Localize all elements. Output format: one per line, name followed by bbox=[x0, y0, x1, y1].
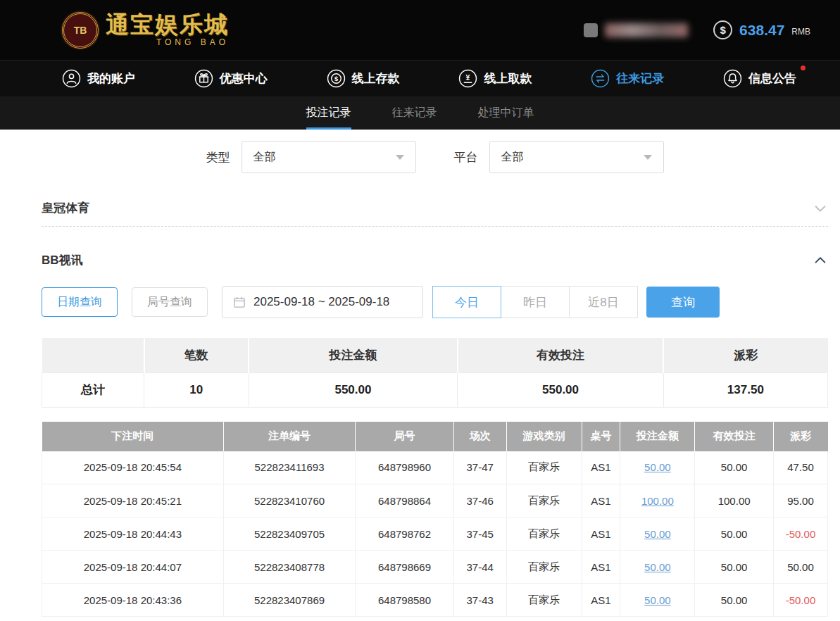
user-icon bbox=[62, 69, 81, 88]
round-id-cell: 648798580 bbox=[356, 584, 454, 617]
nav-item-transaction-records[interactable]: 往来记录 bbox=[591, 69, 664, 88]
nav-label: 线上存款 bbox=[352, 70, 400, 87]
brand-title: 通宝娱乐城 bbox=[106, 13, 229, 37]
balance-currency: RMB bbox=[791, 27, 810, 37]
table-row: 2025-09-18 20:45:21 522823410760 6487988… bbox=[42, 484, 828, 518]
payout-cell: -50.00 bbox=[773, 584, 827, 617]
payout-cell: 50.00 bbox=[773, 551, 827, 584]
brand-logo[interactable]: TB 通宝娱乐城 TONG BAO bbox=[62, 12, 229, 49]
section-crown-sports[interactable]: 皇冠体育 bbox=[42, 190, 828, 227]
date-range-input[interactable]: 2025-09-18 ~ 2025-09-18 bbox=[222, 286, 423, 318]
table-id-cell: AS1 bbox=[582, 584, 620, 617]
logo-chip-icon: TB bbox=[62, 12, 99, 49]
bet-amount-link[interactable]: 100.00 bbox=[620, 484, 695, 518]
order-id-cell: 522823409705 bbox=[223, 518, 355, 551]
game-type-cell: 百家乐 bbox=[506, 584, 582, 617]
deposit-coin-icon: $ bbox=[327, 69, 346, 88]
order-id-cell: 522823410760 bbox=[223, 484, 355, 518]
calendar-icon bbox=[232, 295, 246, 309]
logo-chip-text: TB bbox=[74, 25, 87, 36]
section-bb-video[interactable]: BB视讯 bbox=[42, 242, 828, 277]
nav-label: 线上取款 bbox=[484, 70, 532, 87]
last-8-days-button[interactable]: 近8日 bbox=[569, 286, 638, 318]
search-button[interactable]: 查询 bbox=[646, 287, 720, 318]
nav-label: 优惠中心 bbox=[220, 70, 268, 87]
valid-bet-cell: 50.00 bbox=[695, 551, 774, 584]
order-id-cell: 522823411693 bbox=[223, 451, 355, 484]
table-row: 2025-09-18 20:43:36 522823407869 6487985… bbox=[42, 584, 828, 617]
table-id-cell: AS1 bbox=[582, 484, 620, 518]
valid-bet-cell: 50.00 bbox=[695, 451, 774, 484]
header-session: 场次 bbox=[453, 422, 506, 451]
main-nav: 我的账户 优惠中心 $ 线上存款 ¥ 线上取款 往来记录 bbox=[0, 60, 840, 96]
today-button[interactable]: 今日 bbox=[432, 286, 501, 318]
summary-header-valid-bet: 有效投注 bbox=[458, 338, 663, 372]
type-select[interactable]: 全部 bbox=[242, 141, 416, 173]
section-title: BB视讯 bbox=[42, 252, 83, 268]
summary-table: 笔数 投注金额 有效投注 派彩 总计 10 550.00 550.00 137.… bbox=[42, 338, 828, 408]
exchange-arrows-icon bbox=[591, 69, 610, 88]
nav-item-withdraw[interactable]: ¥ 线上取款 bbox=[458, 69, 532, 88]
bet-amount-link[interactable]: 50.00 bbox=[620, 551, 695, 584]
nav-label: 往来记录 bbox=[616, 70, 664, 87]
query-bar: 日期查询 局号查询 2025-09-18 ~ 2025-09-18 今日 昨日 … bbox=[42, 286, 828, 318]
header-order-id: 注单编号 bbox=[223, 422, 355, 451]
bet-time-cell: 2025-09-18 20:44:43 bbox=[42, 518, 224, 551]
bet-time-cell: 2025-09-18 20:45:54 bbox=[42, 451, 224, 484]
svg-text:$: $ bbox=[334, 75, 338, 82]
nav-item-announcements[interactable]: 信息公告 bbox=[723, 69, 796, 88]
header-game-type: 游戏类别 bbox=[506, 422, 582, 451]
chevron-up-icon bbox=[813, 252, 828, 268]
platform-filter-label: 平台 bbox=[454, 149, 478, 165]
session-cell: 37-47 bbox=[453, 451, 506, 484]
record-tabs: 投注记录 往来记录 处理中订单 bbox=[0, 96, 840, 130]
platform-select-value: 全部 bbox=[501, 150, 524, 165]
tab-bet-records[interactable]: 投注记录 bbox=[306, 96, 351, 130]
bet-amount-link[interactable]: 50.00 bbox=[620, 518, 695, 551]
bet-amount-link[interactable]: 50.00 bbox=[620, 584, 695, 617]
round-id-cell: 648798864 bbox=[356, 484, 454, 518]
payout-cell: -50.00 bbox=[773, 518, 827, 551]
tab-pending-orders[interactable]: 处理中订单 bbox=[478, 96, 534, 130]
date-query-button[interactable]: 日期查询 bbox=[42, 287, 118, 317]
valid-bet-cell: 50.00 bbox=[695, 584, 774, 617]
table-id-cell: AS1 bbox=[582, 551, 620, 584]
bet-time-cell: 2025-09-18 20:43:36 bbox=[42, 584, 224, 617]
yesterday-button[interactable]: 昨日 bbox=[501, 286, 570, 318]
bet-time-cell: 2025-09-18 20:44:07 bbox=[42, 551, 224, 584]
table-header-row: 下注时间 注单编号 局号 场次 游戏类别 桌号 投注金额 有效投注 派彩 bbox=[42, 422, 828, 451]
header-valid-bet: 有效投注 bbox=[695, 422, 774, 451]
summary-header-bet-amount: 投注金额 bbox=[249, 338, 458, 372]
nav-item-my-account[interactable]: 我的账户 bbox=[62, 69, 135, 88]
platform-select[interactable]: 全部 bbox=[489, 141, 664, 173]
round-query-button[interactable]: 局号查询 bbox=[132, 287, 208, 317]
tab-transaction-records[interactable]: 往来记录 bbox=[392, 96, 437, 130]
quick-date-segment: 今日 昨日 近8日 bbox=[433, 286, 638, 318]
summary-total-label: 总计 bbox=[42, 372, 144, 407]
username-redacted bbox=[605, 23, 688, 37]
brand-subtitle: TONG BAO bbox=[106, 37, 229, 47]
session-cell: 37-43 bbox=[453, 584, 506, 617]
nav-label: 信息公告 bbox=[748, 70, 796, 87]
summary-header-count: 笔数 bbox=[144, 338, 249, 372]
valid-bet-cell: 50.00 bbox=[695, 518, 774, 551]
filter-row: 类型 全部 平台 全部 bbox=[42, 141, 828, 173]
nav-item-deposit[interactable]: $ 线上存款 bbox=[327, 69, 400, 88]
summary-valid-bet: 550.00 bbox=[458, 372, 663, 407]
nav-item-promotions[interactable]: 优惠中心 bbox=[194, 69, 268, 88]
game-type-cell: 百家乐 bbox=[506, 451, 582, 484]
summary-count: 10 bbox=[144, 372, 249, 407]
type-filter-label: 类型 bbox=[206, 149, 230, 165]
summary-total-row: 总计 10 550.00 550.00 137.50 bbox=[42, 372, 828, 407]
main-content: 类型 全部 平台 全部 皇冠体育 BB视讯 日期查询 局号查询 2025-09-… bbox=[0, 141, 840, 617]
gift-icon bbox=[194, 69, 213, 88]
session-cell: 37-46 bbox=[453, 484, 506, 518]
chevron-down-icon bbox=[813, 201, 828, 216]
round-id-cell: 648798960 bbox=[356, 451, 454, 484]
balance-coin-icon: $ bbox=[713, 20, 732, 39]
game-type-cell: 百家乐 bbox=[506, 484, 582, 518]
table-id-cell: AS1 bbox=[582, 518, 620, 551]
chevron-down-icon bbox=[644, 155, 652, 160]
bet-amount-link[interactable]: 50.00 bbox=[620, 451, 695, 484]
notification-badge bbox=[801, 65, 805, 70]
